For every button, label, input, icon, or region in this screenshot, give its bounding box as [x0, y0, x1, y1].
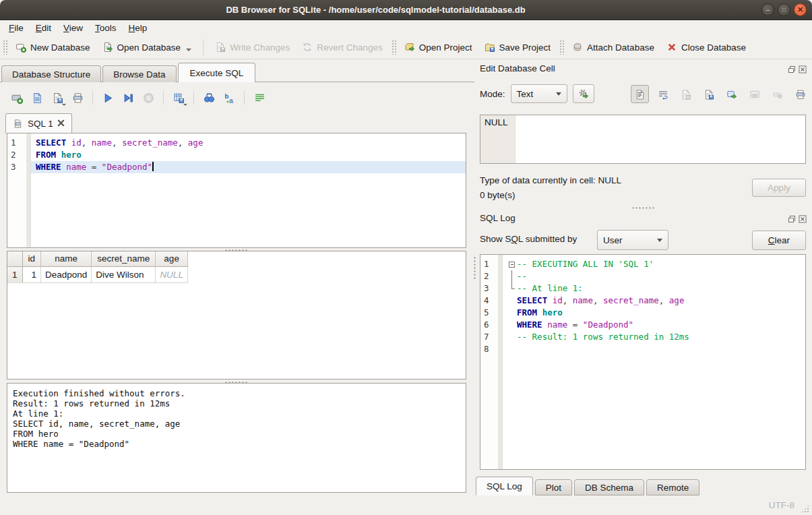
toolbar-button-open-database[interactable]: Open Database — [96, 39, 198, 55]
tab-browse-data[interactable]: Browse Data — [102, 65, 176, 82]
chevron-down-icon — [62, 104, 66, 106]
results-cell[interactable]: 1 — [22, 266, 41, 282]
word-wrap-button[interactable] — [251, 89, 268, 107]
clear-log-button[interactable]: Clear — [752, 231, 806, 250]
execute-current-line-button[interactable] — [119, 89, 137, 107]
toolbar-separator — [203, 39, 204, 55]
tab-database-structure[interactable]: Database Structure — [1, 65, 101, 82]
float-dock-icon[interactable] — [788, 64, 796, 76]
menu-item-help[interactable]: Help — [123, 22, 154, 34]
log-marker-strip — [498, 255, 503, 469]
sql-log-filter-dropdown[interactable]: User — [597, 230, 668, 250]
auto-format-button[interactable]: ba — [220, 89, 238, 107]
fold-margin — [507, 343, 517, 355]
auto-apply-button[interactable] — [573, 84, 594, 103]
column-header-secret-name[interactable]: secret_name — [92, 251, 156, 266]
bottom-tab-plot[interactable]: Plot — [535, 479, 572, 495]
toolbar-button-revert-changes[interactable]: Revert Changes — [296, 39, 389, 55]
code-line: -- EXECUTING ALL IN 'SQL 1' — [503, 258, 805, 270]
column-header-age[interactable]: age — [156, 251, 188, 266]
menu-item-view[interactable]: View — [57, 22, 89, 34]
fold-marker-minus[interactable] — [507, 258, 517, 270]
code-segment: = — [86, 162, 102, 172]
bottom-tab-sql-log[interactable]: SQL Log — [476, 477, 533, 495]
results-cell[interactable]: Dive Wilson — [92, 266, 156, 282]
code-segment: , — [82, 138, 92, 148]
text-mode-button[interactable] — [631, 85, 649, 103]
find-replace-button[interactable] — [200, 89, 218, 107]
toolbar-button-label: Write Changes — [230, 42, 290, 53]
save-sql-file-button[interactable] — [49, 89, 66, 107]
window-title: DB Browser for SQLite - /home/user/code/… — [0, 0, 751, 20]
close-dock-icon[interactable] — [799, 214, 807, 226]
toolbar-button-save-project[interactable]: Save Project — [478, 39, 557, 55]
toolbar-button-open-project[interactable]: Open Project — [398, 39, 478, 55]
mode-dropdown[interactable]: Text — [511, 84, 567, 103]
code-segment: FROM — [517, 307, 537, 317]
link-icon — [749, 89, 760, 100]
main-toolbar: New DatabaseOpen DatabaseWrite ChangesRe… — [0, 36, 812, 59]
results-cell[interactable]: Deadpond — [41, 266, 92, 282]
cell-value-area[interactable] — [516, 115, 805, 163]
fold-marker-corner — [507, 282, 517, 295]
toolbar-button-close-database[interactable]: Close Database — [660, 39, 752, 55]
code-segment: id — [71, 138, 82, 148]
column-header-name[interactable]: name — [41, 251, 92, 266]
dock-splitter-handle[interactable] — [631, 206, 654, 210]
stop-execution-button[interactable] — [139, 89, 157, 107]
menu-item-tools[interactable]: Tools — [89, 22, 123, 34]
cell-value-editor[interactable]: NULL — [480, 115, 806, 164]
row-header[interactable]: 1 — [7, 266, 22, 282]
toolbar-handle[interactable] — [559, 40, 564, 55]
set-null-button[interactable] — [768, 85, 786, 103]
close-tab-icon[interactable] — [57, 119, 65, 129]
results-cell[interactable]: NULL — [156, 266, 188, 282]
open-sql-file-button[interactable] — [28, 89, 46, 107]
save-results-icon — [173, 92, 185, 104]
toolbar-handle[interactable] — [392, 40, 396, 55]
print-cell-button[interactable] — [791, 85, 809, 103]
toolbar-button-write-changes[interactable]: Write Changes — [209, 39, 296, 55]
tab-execute-sql[interactable]: Execute SQL — [178, 63, 256, 82]
execute-all-button[interactable] — [99, 89, 117, 107]
save-results-view-button[interactable] — [170, 89, 187, 107]
set-as-value-button[interactable] — [722, 85, 741, 103]
apply-button[interactable]: Apply — [752, 179, 806, 197]
close-button[interactable]: ✕ — [794, 3, 807, 16]
chevron-down-icon — [183, 104, 187, 106]
code-segment: secret_name — [603, 295, 659, 305]
print-sql-button[interactable] — [69, 89, 86, 107]
toolbar-button-new-database[interactable]: New Database — [9, 39, 96, 55]
import-data-button[interactable] — [677, 85, 695, 103]
toolbar-button-attach-database[interactable]: Attach Database — [566, 39, 660, 55]
maximize-button[interactable]: □ — [778, 3, 790, 16]
corner-header[interactable] — [7, 251, 22, 266]
new-tab-icon — [11, 92, 23, 104]
export-data-button[interactable] — [699, 85, 718, 103]
word-wrap-cell-button[interactable] — [654, 85, 672, 103]
menu-item-edit[interactable]: Edit — [30, 22, 57, 34]
code-line: SELECT id, name, secret_name, age — [31, 137, 466, 149]
column-header-id[interactable]: id — [22, 251, 41, 266]
resize-grip[interactable] — [801, 505, 809, 513]
toolbar-handle[interactable] — [3, 40, 7, 55]
pane-splitter-handle[interactable] — [473, 256, 476, 279]
code-segment: age — [188, 138, 204, 148]
title-bar[interactable]: DB Browser for SQLite - /home/user/code/… — [0, 0, 812, 20]
minimize-button[interactable]: – — [761, 3, 774, 16]
code-line: -- — [503, 270, 805, 282]
sql-editor[interactable]: 123 SELECT id, name, secret_name, ageFRO… — [7, 133, 466, 248]
sql-log-filter-value: User — [603, 235, 623, 245]
float-dock-icon[interactable] — [788, 214, 796, 226]
editor-code-area[interactable]: SELECT id, name, secret_name, ageFROM he… — [31, 133, 466, 247]
line-number: 5 — [480, 307, 498, 319]
tab-sql-1[interactable]: SQL 1 — [5, 113, 72, 133]
bottom-tab-db-schema[interactable]: DB Schema — [574, 479, 644, 495]
chevron-down-icon[interactable] — [186, 49, 191, 51]
code-line: WHERE name = "Deadpond" — [503, 319, 805, 331]
menu-item-file[interactable]: File — [3, 22, 30, 34]
close-dock-icon[interactable] — [799, 64, 807, 76]
open-external-button[interactable] — [745, 85, 763, 103]
bottom-tab-remote[interactable]: Remote — [646, 479, 699, 495]
open-sql-tab-button[interactable] — [8, 89, 26, 107]
